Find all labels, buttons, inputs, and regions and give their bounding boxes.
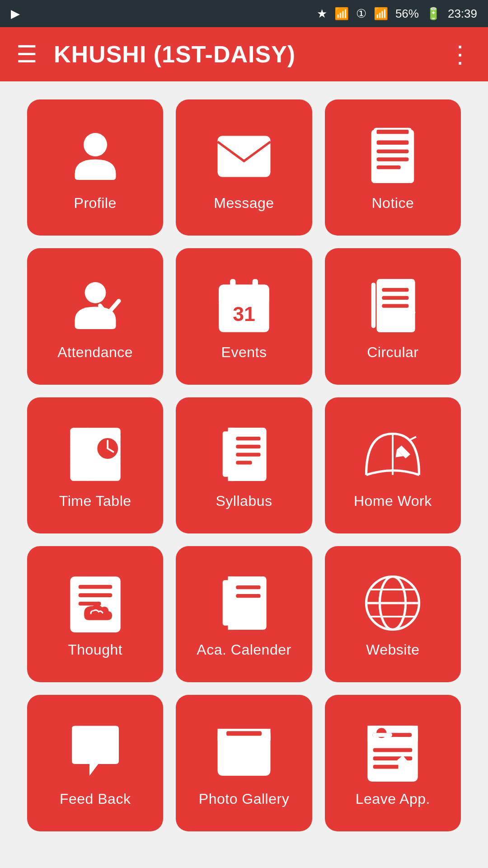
svg-rect-42 (79, 585, 112, 589)
svg-point-61 (242, 755, 246, 758)
svg-rect-5 (377, 141, 409, 145)
grid-item-notice[interactable]: Notice (325, 99, 461, 236)
circular-icon (363, 276, 422, 335)
grid-item-message[interactable]: Message (176, 99, 312, 236)
svg-rect-47 (228, 576, 235, 630)
svg-rect-58 (226, 731, 262, 736)
message-label: Message (214, 195, 274, 212)
feedback-label: Feed Back (60, 791, 131, 807)
svg-rect-67 (373, 733, 392, 737)
svg-rect-1 (90, 167, 100, 170)
homework-icon (363, 425, 422, 484)
bluetooth-icon: ★ (317, 7, 327, 21)
svg-rect-27 (70, 465, 120, 466)
syllabus-label: Syllabus (216, 493, 272, 509)
grid-item-syllabus[interactable]: Syllabus (176, 397, 312, 533)
svg-rect-36 (236, 445, 260, 448)
profile-label: Profile (74, 195, 117, 212)
photogallery-label: Photo Gallery (199, 791, 289, 807)
grid-item-timetable[interactable]: Time Table (27, 397, 163, 533)
circular-label: Circular (367, 344, 418, 361)
app-logo-icon: ▶ (11, 7, 20, 21)
profile-icon (66, 127, 125, 186)
app-bar: ☰ KHUSHI (1ST-DAISY) ⋮ (0, 27, 488, 81)
menu-icon[interactable]: ☰ (16, 41, 38, 68)
notice-label: Notice (371, 195, 414, 212)
svg-rect-57 (217, 736, 270, 740)
signal-icon: 📶 (374, 7, 388, 21)
feedback-icon (66, 723, 125, 782)
grid-item-attendance[interactable]: Attendance (27, 248, 163, 384)
svg-rect-43 (79, 594, 112, 598)
svg-rect-20 (382, 288, 409, 292)
svg-rect-16 (253, 279, 258, 291)
svg-rect-22 (382, 304, 409, 307)
svg-rect-8 (377, 165, 401, 169)
thought-icon (66, 574, 125, 632)
svg-rect-68 (373, 748, 413, 752)
svg-rect-21 (382, 296, 409, 299)
leaveapp-label: Leave App. (356, 791, 430, 807)
sim-icon: ① (356, 7, 366, 21)
svg-point-0 (84, 133, 107, 156)
svg-rect-38 (236, 461, 252, 464)
attendance-label: Attendance (57, 344, 133, 361)
svg-rect-4 (371, 130, 414, 183)
more-options-icon[interactable]: ⋮ (448, 41, 472, 68)
grid-item-acalendar[interactable]: Aca. Calender (176, 546, 312, 682)
timetable-icon (66, 425, 125, 484)
svg-rect-2 (88, 170, 102, 172)
leaveapp-icon (363, 723, 422, 782)
app-title: KHUSHI (1ST-DAISY) (54, 41, 448, 68)
svg-rect-6 (377, 150, 409, 153)
grid-item-circular[interactable]: Circular (325, 248, 461, 384)
photogallery-icon (215, 723, 273, 782)
message-icon (215, 127, 273, 186)
acalendar-label: Aca. Calender (197, 642, 291, 658)
attendance-icon (66, 276, 125, 335)
svg-rect-7 (377, 158, 409, 161)
grid-item-thought[interactable]: Thought (27, 546, 163, 682)
thought-label: Thought (68, 642, 122, 658)
svg-rect-49 (236, 594, 260, 598)
svg-rect-48 (236, 585, 260, 589)
website-label: Website (366, 642, 420, 658)
website-icon (363, 574, 422, 632)
wifi-icon: 📶 (334, 7, 349, 21)
svg-rect-19 (371, 283, 375, 328)
battery-icon: 🔋 (426, 7, 441, 21)
clock: 23:39 (448, 7, 477, 21)
grid-item-feedback[interactable]: Feed Back (27, 695, 163, 831)
svg-line-40 (410, 437, 416, 440)
grid-item-website[interactable]: Website (325, 546, 461, 682)
events-label: Events (221, 344, 267, 361)
events-icon: 31 (215, 276, 273, 335)
grid-item-leaveapp[interactable]: Leave App. (325, 695, 461, 831)
grid-item-photogallery[interactable]: Photo Gallery (176, 695, 312, 831)
grid-item-events[interactable]: 31 Events (176, 248, 312, 384)
syllabus-icon (215, 425, 273, 484)
grid-item-homework[interactable]: Home Work (325, 397, 461, 533)
svg-rect-24 (70, 436, 120, 438)
svg-point-65 (376, 727, 387, 738)
svg-rect-70 (373, 764, 401, 769)
svg-text:31: 31 (233, 303, 255, 325)
acalendar-icon (215, 574, 273, 632)
svg-point-11 (84, 282, 106, 303)
homework-label: Home Work (354, 493, 432, 509)
svg-rect-14 (219, 293, 269, 302)
svg-rect-15 (230, 279, 235, 291)
svg-rect-64 (368, 736, 418, 741)
grid-item-profile[interactable]: Profile (27, 99, 163, 236)
battery-percentage: 56% (395, 7, 419, 21)
svg-rect-10 (377, 130, 409, 134)
timetable-label: Time Table (59, 493, 131, 509)
svg-rect-34 (228, 428, 235, 481)
notice-icon (363, 127, 422, 186)
main-grid: Profile Message Notice (0, 81, 488, 859)
svg-rect-28 (87, 428, 88, 481)
status-bar: ▶ ★ 📶 ① 📶 56% 🔋 23:39 (0, 0, 488, 27)
svg-rect-37 (236, 453, 260, 456)
svg-rect-3 (217, 136, 270, 177)
svg-rect-35 (236, 437, 260, 440)
